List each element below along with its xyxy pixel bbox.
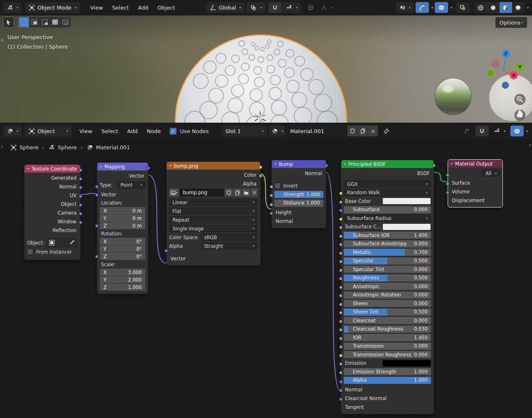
open-image-button[interactable] [242, 188, 250, 197]
input-socket-volume[interactable] [446, 182, 450, 186]
eyedropper-icon[interactable] [69, 240, 75, 246]
input-socket-emission[interactable] [339, 354, 343, 357]
node-overlays-toggle[interactable] [510, 126, 524, 136]
use-nodes-checkbox[interactable]: ✓ [170, 128, 177, 135]
fake-user-shield-button[interactable] [347, 126, 357, 136]
proportional-falloff-dropdown[interactable]: ▾ [318, 2, 336, 13]
node-menu-view[interactable]: View [75, 126, 97, 136]
field-z[interactable]: Z1.000 [100, 284, 145, 291]
node-menu-select[interactable]: Select [97, 126, 123, 136]
output-socket-generated[interactable] [79, 168, 83, 172]
slider-anisotropic-rotation[interactable]: Anisotropic Rotation0.000 [344, 292, 431, 299]
input-socket-specular[interactable] [339, 251, 343, 255]
output-socket-normal[interactable] [79, 177, 83, 181]
input-socket-tangent[interactable] [339, 397, 343, 401]
snap-settings-dropdown[interactable]: ▾ [283, 2, 301, 13]
input-socket-clearcoat-roughness[interactable] [339, 319, 343, 323]
output-socket-object[interactable] [79, 194, 83, 198]
copy-image-button[interactable] [234, 188, 241, 197]
image-name[interactable]: bump.png [180, 188, 224, 197]
snap-toggle[interactable] [268, 2, 282, 13]
menu-view[interactable]: View [86, 2, 108, 13]
input-socket-scale[interactable] [95, 255, 99, 259]
checkbox-invert[interactable] [274, 183, 281, 189]
collapse-chevron-icon[interactable]: ▾ [451, 162, 453, 166]
zoom-button[interactable] [515, 94, 526, 105]
input-socket-transmission-roughness[interactable] [339, 345, 343, 349]
input-socket-strength[interactable] [270, 185, 273, 188]
slider-distance[interactable]: Distance1.000 [274, 200, 323, 207]
node-texture-coordinate[interactable]: ▾Texture CoordinateGeneratedNormalUVObje… [24, 164, 81, 260]
slider-strength[interactable]: Strength1.000 [274, 191, 323, 198]
dropdown-repeat[interactable]: Repeat▾ [169, 216, 258, 223]
collapse-chevron-icon[interactable]: ▾ [100, 165, 102, 168]
input-socket-vector[interactable] [165, 249, 168, 252]
node-material-output[interactable]: ▾Material OutputAll▾SurfaceVolumeDisplac… [448, 159, 503, 208]
output-socket-reflection[interactable] [79, 220, 83, 224]
editor-type-selector[interactable]: ▾ [3, 2, 22, 13]
output-socket-normal[interactable] [325, 163, 328, 167]
color-swatch-emission[interactable] [382, 360, 431, 367]
input-socket-roughness[interactable] [339, 268, 343, 272]
input-socket-subsurface-anisotropy[interactable] [339, 234, 343, 238]
input-socket-base-color[interactable] [339, 191, 343, 195]
field-x[interactable]: X0° [100, 238, 145, 245]
slider-specular[interactable]: Specular0.500 [344, 257, 431, 265]
material-slot-dropdown[interactable]: Slot 1 ▾ [222, 126, 267, 136]
collapse-chevron-icon[interactable]: ▾ [170, 164, 171, 168]
input-socket-subsurface[interactable] [339, 200, 343, 204]
field-y[interactable]: Y0 m [100, 215, 145, 222]
select-set-button[interactable] [19, 17, 29, 27]
slider-subsurface[interactable]: Subsurface0.000 [344, 206, 431, 213]
node-mapping[interactable]: ▾MappingVectorType:Point▾VectorLocation:… [97, 162, 148, 294]
input-socket-location[interactable] [95, 193, 99, 197]
proportional-editing-toggle[interactable] [304, 2, 318, 13]
input-socket-clearcoat[interactable] [339, 311, 343, 314]
shader-type-dropdown[interactable]: Object ▾ [25, 126, 71, 136]
color-swatch-base-color[interactable] [382, 198, 431, 205]
input-socket-alpha[interactable] [339, 371, 343, 374]
slider-ior[interactable]: IOR1.450 [344, 334, 431, 341]
show-gizmos-toggle[interactable] [416, 2, 429, 13]
xray-toggle[interactable] [456, 2, 470, 13]
slider-transmission-roughness[interactable]: Transmission Roughness0.000 [344, 351, 431, 358]
shader-editor-type-selector[interactable]: ▾ [3, 126, 22, 136]
breadcrumb-item-sphere[interactable]: Sphere [10, 144, 39, 151]
slider-alpha[interactable]: Alpha1.000 [344, 377, 431, 384]
menu-select[interactable]: Select [108, 2, 133, 13]
slider-subsurface-anisotropy[interactable]: Subsurface Anisotropy0.000 [344, 240, 431, 247]
input-socket-distance[interactable] [270, 193, 273, 197]
pivot-point-dropdown[interactable]: ▾ [247, 2, 265, 13]
node-snap-toggle[interactable] [475, 126, 489, 136]
node-snap-settings-dropdown[interactable]: ▾ [490, 126, 509, 136]
toolbar-expand-arrow[interactable]: › [1, 37, 3, 43]
3d-viewport[interactable]: Options ▾ User Perspective (1) Collectio… [0, 15, 532, 123]
field-x[interactable]: X3.000 [100, 269, 145, 276]
input-socket-anisotropic-rotation[interactable] [339, 285, 343, 289]
sidebar-toggle-arrow[interactable]: ‹ [529, 141, 531, 148]
input-socket-vector[interactable] [95, 185, 99, 188]
input-socket-height[interactable] [270, 203, 273, 206]
shading-rendered-button[interactable] [512, 2, 525, 13]
slider-emission-strength[interactable]: Emission Strength1.000 [344, 368, 431, 375]
output-socket-window[interactable] [79, 212, 83, 215]
dropdown-point[interactable]: Point▾ [117, 181, 145, 188]
axis-neg-y-ball[interactable] [487, 69, 494, 77]
shading-material-button[interactable] [500, 2, 512, 13]
shading-dropdown[interactable]: ▾ [527, 6, 529, 10]
gizmos-dropdown[interactable]: ▾ [431, 6, 433, 10]
axis-neg-z-ball[interactable] [502, 82, 509, 89]
output-socket-color[interactable] [259, 165, 263, 169]
fake-user-shield-button[interactable] [225, 188, 233, 197]
menu-object[interactable]: Object [153, 2, 180, 13]
pan-button[interactable] [515, 110, 526, 121]
field-x[interactable]: X0 m [100, 207, 145, 214]
node-menu-add[interactable]: Add [123, 126, 142, 136]
node-principled-bsdf[interactable]: ▾Principled BSDFBSDFGGX▾Random Walk▾Base… [341, 160, 434, 414]
breadcrumb-item-material.001[interactable]: Material.001 [86, 144, 130, 151]
slider-sheen[interactable]: Sheen0.000 [344, 300, 431, 307]
slider-anisotropic[interactable]: Anisotropic0.000 [344, 283, 431, 290]
toolbar-expand-arrow-node-editor[interactable]: › [1, 143, 3, 150]
slider-clearcoat[interactable]: Clearcoat0.000 [344, 317, 431, 324]
dropdown-random-walk[interactable]: Random Walk▾ [344, 189, 431, 196]
